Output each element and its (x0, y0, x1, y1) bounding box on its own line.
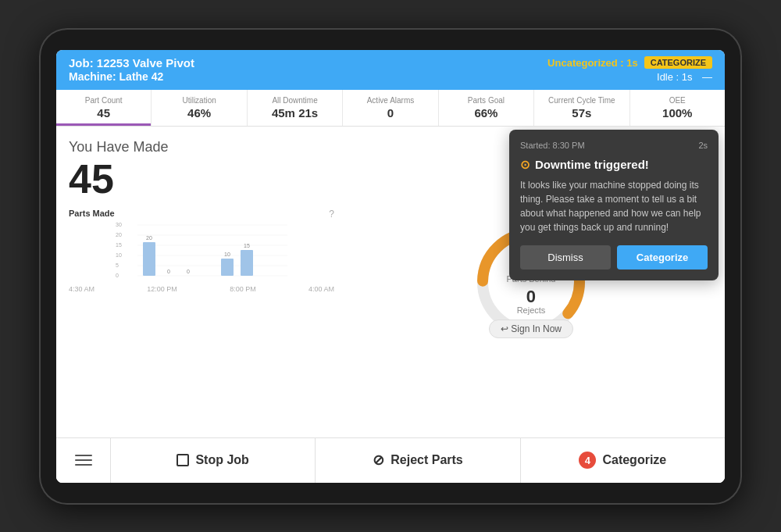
chart-title: Parts Made (69, 209, 334, 218)
main-content: You Have Made 45 Parts Made ? (56, 127, 725, 483)
chart-label-2: 12:00 PM (147, 285, 177, 293)
content-area: You Have Made 45 Parts Made ? (56, 127, 725, 437)
chart-label-3: 8:00 PM (230, 285, 256, 293)
tablet-device: Job: 12253 Valve Pivot Uncategorized : 1… (39, 28, 742, 505)
bottom-bar: Stop Job ⊘ Reject Parts 4 Categorize (56, 437, 725, 483)
svg-text:10: 10 (224, 252, 230, 257)
reject-parts-button[interactable]: ⊘ Reject Parts (316, 438, 520, 483)
stat-oee[interactable]: OEE 100% (630, 90, 725, 126)
stop-job-button[interactable]: Stop Job (111, 438, 316, 483)
stat-cycle-value: 57s (539, 106, 624, 120)
stat-cycle-label: Current Cycle Time (539, 96, 624, 105)
svg-text:15: 15 (244, 243, 250, 248)
bar-chart: 0 5 10 15 20 30 20 (69, 221, 334, 284)
stop-icon (177, 454, 189, 466)
stat-alarms-value: 0 (348, 106, 433, 120)
stat-downtime-value: 45m 21s (252, 106, 337, 120)
categorize-label: Categorize (602, 453, 666, 467)
you-have-made-label: You Have Made (69, 139, 334, 155)
stat-utilization-value: 46% (156, 106, 241, 120)
svg-text:30: 30 (116, 222, 122, 227)
categorize-header-button[interactable]: CATEGORIZE (644, 56, 712, 69)
svg-text:0: 0 (187, 269, 190, 274)
sign-in-button[interactable]: ↩ Sign In Now (489, 320, 573, 338)
stat-oee-value: 100% (635, 106, 720, 120)
stat-alarms-label: Active Alarms (348, 96, 433, 105)
menu-button[interactable] (56, 438, 111, 483)
main-count: 45 (69, 159, 334, 199)
stats-bar: Part Count 45 Utilization 46% All Downti… (56, 90, 725, 127)
svg-text:10: 10 (116, 252, 122, 258)
popup-header: Started: 8:30 PM 2s (520, 141, 708, 150)
popup-title-text: Downtime triggered! (535, 158, 649, 171)
tablet-screen: Job: 12253 Valve Pivot Uncategorized : 1… (56, 50, 725, 483)
popup-started: Started: 8:30 PM (520, 141, 585, 150)
idle-dash: — (702, 71, 712, 83)
chart-label-1: 4:30 AM (69, 285, 95, 293)
svg-text:15: 15 (116, 242, 122, 248)
chart-label-4: 4:00 AM (308, 285, 334, 293)
reject-icon: ⊘ (373, 452, 384, 469)
chart-help-icon[interactable]: ? (329, 209, 334, 220)
stat-part-count-label: Part Count (61, 96, 146, 105)
svg-rect-12 (143, 242, 155, 276)
idle-text: Idle : 1s (657, 71, 693, 83)
popup-categorize-button[interactable]: Categorize (617, 245, 708, 270)
stat-active-alarms[interactable]: Active Alarms 0 (343, 90, 438, 126)
header: Job: 12253 Valve Pivot Uncategorized : 1… (56, 50, 725, 90)
svg-text:20: 20 (116, 232, 122, 237)
popup-buttons: Dismiss Categorize (520, 245, 708, 270)
chart-x-labels: 4:30 AM 12:00 PM 8:00 PM 4:00 AM (69, 285, 334, 293)
stat-part-count[interactable]: Part Count 45 (56, 90, 152, 126)
downtime-popup: Started: 8:30 PM 2s ⊙ Downtime triggered… (509, 130, 719, 280)
stat-downtime-label: All Downtime (252, 96, 337, 105)
header-right-top: Uncategorized : 1s CATEGORIZE (547, 56, 712, 69)
chart-area: 0 5 10 15 20 30 20 (69, 221, 334, 284)
popup-title: ⊙ Downtime triggered! (520, 158, 708, 172)
stat-utilization[interactable]: Utilization 46% (152, 90, 247, 126)
stat-goal-label: Parts Goal (444, 96, 529, 105)
machine-name: Machine: Lathe 42 (69, 70, 163, 83)
stat-goal-value: 66% (444, 106, 529, 120)
left-section: You Have Made 45 Parts Made ? (69, 139, 334, 425)
stat-all-downtime[interactable]: All Downtime 45m 21s (248, 90, 343, 126)
warning-icon: ⊙ (520, 158, 530, 172)
categorize-badge: 4 (579, 452, 596, 469)
stop-job-label: Stop Job (195, 453, 248, 467)
uncategorized-status: Uncategorized : 1s (547, 57, 638, 69)
categorize-button[interactable]: 4 Categorize (521, 438, 725, 483)
svg-rect-21 (241, 250, 253, 276)
idle-status: Idle : 1s — (657, 70, 712, 84)
stat-oee-label: OEE (635, 96, 720, 105)
svg-text:0: 0 (167, 269, 170, 274)
popup-dismiss-button[interactable]: Dismiss (520, 245, 611, 270)
rejects-label: Rejects (507, 305, 556, 315)
svg-text:20: 20 (146, 235, 152, 241)
svg-text:5: 5 (116, 262, 119, 268)
stat-parts-goal[interactable]: Parts Goal 66% (439, 90, 534, 126)
reject-parts-label: Reject Parts (390, 453, 463, 467)
rejects-number: 0 (507, 288, 556, 305)
popup-timer: 2s (698, 141, 708, 150)
job-title: Job: 12253 Valve Pivot (69, 56, 194, 70)
popup-body: It looks like your machine stopped doing… (520, 178, 708, 234)
hamburger-icon (75, 455, 92, 466)
svg-text:0: 0 (116, 273, 119, 278)
stat-part-count-value: 45 (61, 106, 146, 120)
svg-rect-19 (221, 259, 234, 276)
chart-container: Parts Made ? (69, 209, 334, 425)
stat-cycle-time[interactable]: Current Cycle Time 57s (534, 90, 629, 126)
stat-utilization-label: Utilization (156, 96, 241, 105)
